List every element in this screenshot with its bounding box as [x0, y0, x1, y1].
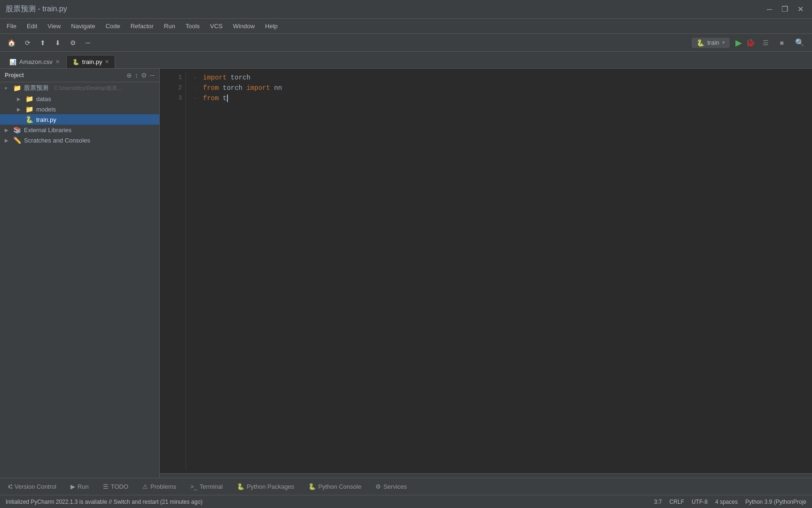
problems-icon: ⚠: [142, 483, 148, 490]
tree-external-libraries[interactable]: ▶ 📚 External Libraries: [0, 125, 159, 135]
menu-run[interactable]: Run: [159, 21, 180, 32]
tree-icon-root: 📁: [13, 84, 21, 92]
sidebar-tools: ⊕ ↕ ⚙ ─: [126, 71, 155, 79]
run-button[interactable]: ▶: [735, 38, 742, 48]
run-config-selector[interactable]: 🐍 train ▾: [692, 38, 729, 48]
tree-root[interactable]: ▾ 📁 股票预测 C:\Users\tttzy\Desktop\股票...: [0, 82, 159, 94]
train-tab-label: train.py: [82, 58, 102, 65]
sidebar-header: Project ⊕ ↕ ⚙ ─: [0, 69, 159, 82]
menu-view[interactable]: View: [43, 21, 65, 32]
tree-icon-models: 📁: [25, 105, 33, 113]
code-area[interactable]: · import torch · from torch import nn: [186, 72, 812, 469]
settings-button[interactable]: ⚙: [66, 37, 80, 48]
bottom-tab-run[interactable]: ▶ Run: [64, 481, 95, 492]
search-button[interactable]: 🔍: [791, 36, 808, 49]
tab-train[interactable]: 🐍 train.py ✕: [66, 55, 116, 68]
python-packages-icon: 🐍: [237, 483, 244, 490]
menu-code[interactable]: Code: [101, 21, 125, 32]
sidebar-tool-hide[interactable]: ─: [150, 71, 155, 79]
sidebar-tool-sync[interactable]: ⊕: [126, 71, 132, 79]
interpreter-info[interactable]: Python 3.9 (PythonProje: [745, 499, 806, 505]
module-torch-2: torch: [223, 83, 242, 93]
train-tab-close[interactable]: ✕: [105, 59, 109, 65]
services-label: Services: [383, 483, 407, 490]
menu-vcs[interactable]: VCS: [205, 21, 227, 32]
python-console-label: Python Console: [318, 483, 361, 490]
space-2c: [270, 83, 274, 93]
code-line-3: · from t: [194, 93, 804, 103]
collapse-button[interactable]: ⬆: [36, 37, 49, 48]
amazon-tab-icon: 📊: [9, 59, 16, 65]
home-button[interactable]: 🏠: [4, 37, 19, 48]
menu-file[interactable]: File: [2, 21, 21, 32]
sidebar-tool-settings[interactable]: ⚙: [141, 71, 147, 79]
tree-path-root: C:\Users\tttzy\Desktop\股票...: [54, 85, 122, 92]
tree-train-py[interactable]: ▶ 🐍 train.py: [0, 114, 159, 125]
tree-arrow-models: ▶: [17, 107, 23, 112]
statusbar-left: Initialized PyCharm 2022.1.3 is availabl…: [6, 499, 647, 505]
maximize-button[interactable]: ❐: [779, 5, 791, 14]
tree-arrow-ext: ▶: [5, 127, 10, 133]
charset[interactable]: UTF-8: [692, 499, 708, 505]
expand-button[interactable]: ⬇: [51, 37, 64, 48]
services-icon: ⚙: [375, 483, 381, 490]
minimize-button[interactable]: ─: [764, 5, 775, 14]
bottom-tab-todo[interactable]: ☰ TODO: [96, 481, 135, 492]
menu-refactor[interactable]: Refactor: [126, 21, 158, 32]
hide-button[interactable]: ─: [82, 37, 94, 48]
sync-button[interactable]: ⟳: [21, 37, 34, 48]
line-ending[interactable]: CRLF: [670, 499, 684, 505]
tree-datas[interactable]: ▶ 📁 datas: [0, 94, 159, 104]
stop-button[interactable]: ■: [776, 37, 788, 48]
space-2b: [242, 83, 246, 93]
tree-icon-train: 🐍: [25, 116, 33, 123]
module-t-3: t: [223, 93, 226, 103]
main-area: Project ⊕ ↕ ⚙ ─ ▾ 📁 股票预测 C:\Users\tttzy\…: [0, 69, 812, 478]
cursor-position[interactable]: 3:7: [654, 499, 662, 505]
sidebar-tool-collapse[interactable]: ↕: [135, 71, 138, 79]
code-line-1: · import torch: [194, 72, 804, 83]
fold-marker-3: ·: [194, 93, 203, 103]
editor-scrollbar[interactable]: [160, 473, 812, 478]
bottom-tab-problems[interactable]: ⚠ Problems: [136, 481, 183, 492]
run-icon: ▶: [70, 483, 75, 490]
sidebar-title: Project: [5, 72, 24, 79]
debug-button[interactable]: 🐞: [746, 38, 755, 47]
tab-amazon[interactable]: 📊 Amazon.csv ✕: [4, 56, 65, 68]
keyword-from-2: from: [203, 83, 219, 93]
tree-label-train: train.py: [36, 116, 56, 123]
sidebar: Project ⊕ ↕ ⚙ ─ ▾ 📁 股票预测 C:\Users\tttzy\…: [0, 69, 160, 478]
editor-content[interactable]: 1 2 3 · import torch · from torch: [160, 69, 812, 473]
bottom-tab-python-console[interactable]: 🐍 Python Console: [302, 481, 368, 492]
version-control-icon: ⑆: [8, 483, 12, 490]
tree-icon-datas: 📁: [25, 95, 33, 103]
code-line-2: · from torch import nn: [194, 83, 804, 93]
module-torch-1: torch: [231, 72, 250, 83]
line-num-1: 1: [164, 72, 182, 83]
amazon-tab-close[interactable]: ✕: [55, 59, 60, 65]
indent-setting[interactable]: 4 spaces: [715, 499, 738, 505]
titlebar: 股票预测 - train.py ─ ❐ ✕: [0, 0, 812, 19]
bottom-tab-python-packages[interactable]: 🐍 Python Packages: [230, 481, 301, 492]
todo-icon: ☰: [103, 483, 109, 490]
menu-navigate[interactable]: Navigate: [66, 21, 100, 32]
amazon-tab-label: Amazon.csv: [19, 58, 53, 65]
terminal-label: Terminal: [200, 483, 223, 490]
menu-edit[interactable]: Edit: [22, 21, 42, 32]
menu-help[interactable]: Help: [260, 21, 282, 32]
coverage-button[interactable]: ☰: [759, 37, 773, 48]
line-num-2: 2: [164, 83, 182, 93]
bottom-tab-version-control[interactable]: ⑆ Version Control: [2, 481, 63, 492]
problems-label: Problems: [150, 483, 176, 490]
tree-label-scratches: Scratches and Consoles: [24, 137, 90, 144]
keyword-import-1: import: [203, 72, 226, 83]
tree-models[interactable]: ▶ 📁 models: [0, 104, 159, 114]
menu-tools[interactable]: Tools: [181, 21, 204, 32]
menu-window[interactable]: Window: [228, 21, 259, 32]
editor[interactable]: 1 2 3 · import torch · from torch: [160, 69, 812, 478]
tree-scratches[interactable]: ▶ ✏️ Scratches and Consoles: [0, 135, 159, 145]
bottom-tab-terminal[interactable]: >_ Terminal: [184, 481, 229, 492]
bottom-tab-services[interactable]: ⚙ Services: [369, 481, 414, 492]
close-button[interactable]: ✕: [795, 5, 806, 14]
toolbar: 🏠 ⟳ ⬆ ⬇ ⚙ ─ 🐍 train ▾ ▶ 🐞 ☰ ■ 🔍: [0, 34, 812, 52]
